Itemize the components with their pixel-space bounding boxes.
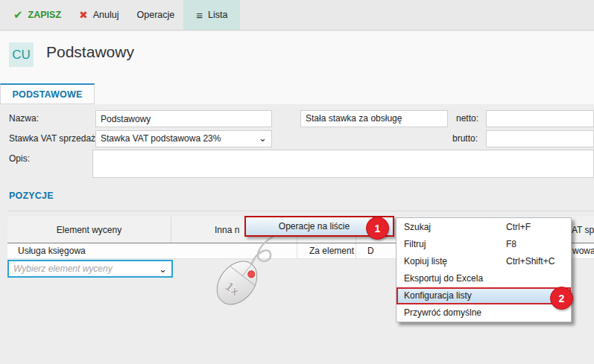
description-textarea[interactable] <box>92 150 594 178</box>
menu-item-label: Eksportuj do Excela <box>404 273 483 284</box>
menu-item-przywroc-domyslne[interactable]: Przywróć domyślne <box>396 304 571 322</box>
app-window: ✔ ZAPISZ ✖ Anuluj Operacje ≡ Lista CU Po… <box>0 0 594 364</box>
name-input[interactable] <box>95 110 272 127</box>
element-picker-placeholder: Wybierz element wyceny <box>13 264 113 274</box>
step-1-badge: 1 <box>366 217 389 240</box>
page-title: Podstawowy <box>46 43 134 61</box>
tab-strip: PODSTAWOWE <box>0 78 594 104</box>
cell-next-fragment: D <box>360 243 382 258</box>
chevron-down-icon: ⌄ <box>259 132 267 144</box>
menu-item-konfiguracja-listy[interactable]: Konfiguracja listy <box>396 287 571 304</box>
save-button[interactable]: ✔ ZAPISZ <box>4 0 70 30</box>
check-icon: ✔ <box>13 8 23 22</box>
menu-item-label: Filtruj <box>404 239 426 249</box>
menu-item-label: Kopiuj listę <box>404 256 447 266</box>
list-context-menu: Szukaj Ctrl+F Filtruj F8 Kopiuj listę Ct… <box>396 217 572 322</box>
netto-input[interactable] <box>486 110 594 127</box>
operations-button-label: Operacje <box>137 10 175 20</box>
menu-item-kopiuj-liste[interactable]: Kopiuj listę Ctrl+Shift+C <box>396 252 571 269</box>
menu-item-eksportuj-do-excela[interactable]: Eksportuj do Excela <box>396 269 571 287</box>
document-header: CU Podstawowy <box>0 31 594 78</box>
cell-mode: Za element <box>302 243 361 258</box>
list-button-label: Lista <box>208 10 227 20</box>
description-label: Opis: <box>9 153 30 164</box>
column-header-vat-sprzedazy[interactable]: AT sprz <box>572 217 594 243</box>
menu-item-shortcut: F8 <box>506 239 516 249</box>
flat-rate-field[interactable]: Stała stawka za obsługę <box>300 110 448 127</box>
vat-select[interactable]: Stawka VAT podstawowa 23% ⌄ <box>95 130 272 147</box>
cell-element: Usługa księgowa <box>10 243 93 258</box>
cell-vat-fragment: wowa <box>572 243 594 258</box>
toolbar: ✔ ZAPISZ ✖ Anuluj Operacje ≡ Lista <box>0 0 594 31</box>
menu-item-shortcut: Ctrl+Shift+C <box>506 256 554 266</box>
name-label: Nazwa: <box>9 113 39 124</box>
menu-item-label: Przywróć domyślne <box>404 307 481 318</box>
chevron-down-icon: ⌄ <box>159 264 167 275</box>
menu-item-label: Konfiguracja listy <box>404 290 472 301</box>
menu-item-shortcut: Ctrl+F <box>506 222 531 232</box>
column-header-element-wyceny[interactable]: Element wyceny <box>7 217 171 243</box>
basic-form: Nazwa: Stała stawka za obsługę netto: St… <box>0 104 594 186</box>
tab-podstawowe[interactable]: PODSTAWOWE <box>0 83 95 104</box>
step-2-badge: 2 <box>550 287 573 310</box>
cancel-button[interactable]: ✖ Anuluj <box>70 0 127 30</box>
list-icon: ≡ <box>196 9 203 22</box>
menu-item-label: Szukaj <box>404 222 431 232</box>
netto-label: netto: <box>456 113 478 124</box>
menu-item-szukaj[interactable]: Szukaj Ctrl+F <box>396 218 571 235</box>
record-type-badge: CU <box>9 42 34 67</box>
cancel-button-label: Anuluj <box>93 10 119 20</box>
x-icon: ✖ <box>79 9 88 21</box>
element-picker-combobox[interactable]: Wybierz element wyceny ⌄ <box>7 260 173 278</box>
menu-item-filtruj[interactable]: Filtruj F8 <box>396 235 571 252</box>
operations-button[interactable]: Operacje <box>128 0 184 30</box>
list-button[interactable]: ≡ Lista <box>183 0 240 30</box>
vat-label: Stawka VAT sprzedaży: <box>9 133 102 144</box>
brutto-input[interactable] <box>486 130 594 147</box>
section-divider <box>7 211 594 211</box>
vat-select-value: Stawka VAT podstawowa 23% <box>101 133 221 144</box>
brutto-label: brutto: <box>452 133 478 144</box>
positions-heading: POZYCJE <box>9 191 54 201</box>
save-button-label: ZAPISZ <box>28 10 61 20</box>
column-divider <box>297 243 297 258</box>
column-divider <box>356 243 356 258</box>
